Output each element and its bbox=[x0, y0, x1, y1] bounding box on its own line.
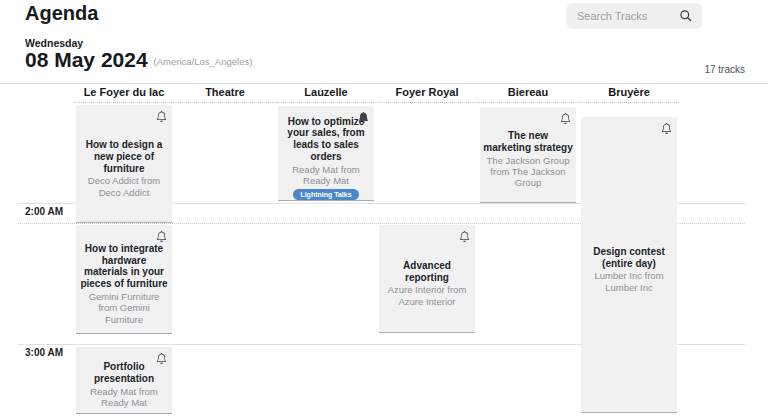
track-speaker: Azure Interior from Azure Interior bbox=[382, 284, 472, 307]
header-divider bbox=[0, 83, 768, 84]
tracks-count: 17 tracks bbox=[704, 64, 745, 75]
track-card[interactable]: Design contest (entire day)Lumber Inc fr… bbox=[581, 117, 677, 413]
column-header-biereau: Biereau bbox=[478, 86, 578, 103]
track-tag-badge: Lightning Talks bbox=[293, 189, 358, 200]
track-speaker: The Jackson Group from The Jackson Group bbox=[483, 155, 573, 189]
track-title: Portfolio presentation bbox=[79, 361, 169, 385]
time-label: 3:00 AM bbox=[25, 347, 63, 358]
track-title: Advanced reporting bbox=[382, 260, 472, 284]
bell-icon[interactable] bbox=[156, 108, 167, 119]
track-card[interactable]: How to integrate hardware materials in y… bbox=[76, 225, 172, 334]
track-title: How to integrate hardware materials in y… bbox=[79, 243, 169, 290]
bell-icon[interactable] bbox=[560, 110, 571, 121]
timezone-label: (America/Los_Angeles) bbox=[154, 56, 253, 67]
bell-filled-icon[interactable] bbox=[358, 109, 369, 120]
track-title: The new marketing strategy bbox=[483, 130, 573, 154]
track-card[interactable]: How to optimize your sales, from leads t… bbox=[278, 106, 374, 201]
page-title: Agenda bbox=[25, 2, 98, 25]
track-info: How to design a new piece of furnitureDe… bbox=[76, 105, 172, 222]
track-speaker: Deco Addict from Deco Addict bbox=[79, 175, 169, 198]
bell-icon[interactable] bbox=[156, 350, 167, 361]
column-header-foyer-royal: Foyer Royal bbox=[377, 86, 477, 103]
track-card[interactable]: How to design a new piece of furnitureDe… bbox=[76, 105, 172, 223]
track-speaker: Ready Mat from Ready Mat bbox=[281, 164, 371, 187]
date-text: 08 May 2024 bbox=[25, 48, 148, 71]
column-header-le-foyer-du-lac: Le Foyer du lac bbox=[74, 86, 174, 103]
search-icon[interactable] bbox=[679, 9, 693, 23]
column-header-bruy-re: Bruyère bbox=[579, 86, 679, 103]
search-box bbox=[566, 3, 702, 29]
bell-icon[interactable] bbox=[156, 228, 167, 239]
bell-icon[interactable] bbox=[459, 228, 470, 239]
track-card[interactable]: Portfolio presentationReady Mat from Rea… bbox=[76, 347, 172, 414]
date-heading: 08 May 2024(America/Los_Angeles) bbox=[25, 48, 252, 72]
column-header-theatre: Theatre bbox=[175, 86, 275, 103]
track-card[interactable]: The new marketing strategyThe Jackson Gr… bbox=[480, 107, 576, 203]
track-card[interactable]: Advanced reportingAzure Interior from Az… bbox=[379, 225, 475, 333]
agenda-page: Agenda Wednesday 08 May 2024(America/Los… bbox=[0, 0, 768, 416]
time-label: 2:00 AM bbox=[25, 206, 63, 217]
bell-icon[interactable] bbox=[661, 120, 672, 131]
column-header-lauzelle: Lauzelle bbox=[276, 86, 376, 103]
track-title: Design contest (entire day) bbox=[584, 246, 674, 270]
track-speaker: Ready Mat from Ready Mat bbox=[79, 386, 169, 409]
track-title: How to design a new piece of furniture bbox=[79, 139, 169, 174]
track-info: Design contest (entire day)Lumber Inc fr… bbox=[581, 117, 677, 412]
track-speaker: Lumber Inc from Lumber Inc bbox=[584, 270, 674, 293]
track-speaker: Gemini Furniture from Gemini Furniture bbox=[79, 291, 169, 325]
